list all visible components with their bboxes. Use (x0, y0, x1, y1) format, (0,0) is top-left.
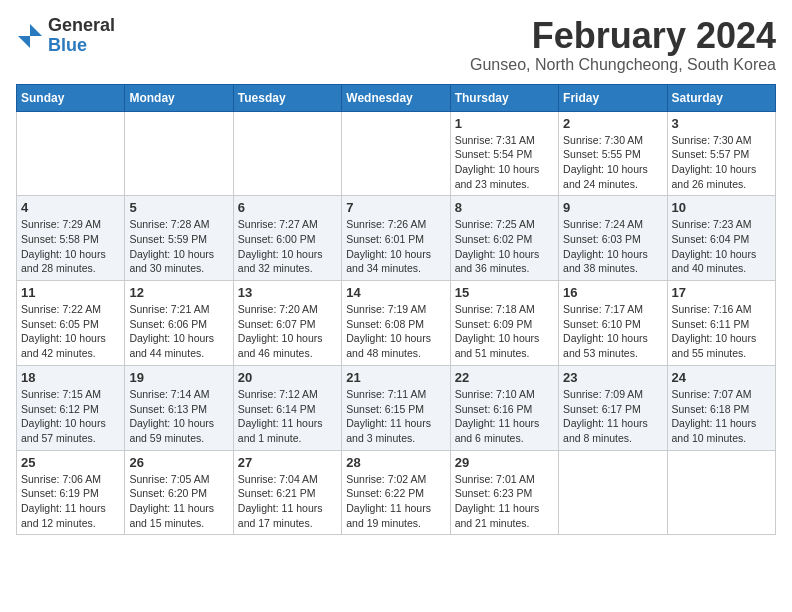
day-info: Sunrise: 7:19 AM Sunset: 6:08 PM Dayligh… (346, 302, 445, 361)
calendar-cell: 24Sunrise: 7:07 AM Sunset: 6:18 PM Dayli… (667, 365, 775, 450)
calendar-cell: 6Sunrise: 7:27 AM Sunset: 6:00 PM Daylig… (233, 196, 341, 281)
calendar-cell: 19Sunrise: 7:14 AM Sunset: 6:13 PM Dayli… (125, 365, 233, 450)
day-info: Sunrise: 7:17 AM Sunset: 6:10 PM Dayligh… (563, 302, 662, 361)
day-info: Sunrise: 7:02 AM Sunset: 6:22 PM Dayligh… (346, 472, 445, 531)
day-header-friday: Friday (559, 84, 667, 111)
calendar-cell: 22Sunrise: 7:10 AM Sunset: 6:16 PM Dayli… (450, 365, 558, 450)
day-info: Sunrise: 7:14 AM Sunset: 6:13 PM Dayligh… (129, 387, 228, 446)
calendar-cell: 23Sunrise: 7:09 AM Sunset: 6:17 PM Dayli… (559, 365, 667, 450)
calendar-cell (125, 111, 233, 196)
day-info: Sunrise: 7:22 AM Sunset: 6:05 PM Dayligh… (21, 302, 120, 361)
day-number: 12 (129, 285, 228, 300)
calendar-title: February 2024 (470, 16, 776, 56)
day-info: Sunrise: 7:05 AM Sunset: 6:20 PM Dayligh… (129, 472, 228, 531)
title-block: February 2024 Gunseo, North Chungcheong,… (470, 16, 776, 74)
day-number: 5 (129, 200, 228, 215)
calendar-table: SundayMondayTuesdayWednesdayThursdayFrid… (16, 84, 776, 536)
calendar-cell: 10Sunrise: 7:23 AM Sunset: 6:04 PM Dayli… (667, 196, 775, 281)
day-info: Sunrise: 7:15 AM Sunset: 6:12 PM Dayligh… (21, 387, 120, 446)
day-number: 15 (455, 285, 554, 300)
calendar-cell: 15Sunrise: 7:18 AM Sunset: 6:09 PM Dayli… (450, 281, 558, 366)
calendar-week-5: 25Sunrise: 7:06 AM Sunset: 6:19 PM Dayli… (17, 450, 776, 535)
day-number: 25 (21, 455, 120, 470)
day-number: 13 (238, 285, 337, 300)
svg-marker-1 (18, 36, 30, 48)
calendar-cell (342, 111, 450, 196)
calendar-cell: 17Sunrise: 7:16 AM Sunset: 6:11 PM Dayli… (667, 281, 775, 366)
logo: General Blue (16, 16, 115, 56)
calendar-body: 1Sunrise: 7:31 AM Sunset: 5:54 PM Daylig… (17, 111, 776, 535)
day-info: Sunrise: 7:12 AM Sunset: 6:14 PM Dayligh… (238, 387, 337, 446)
calendar-cell: 29Sunrise: 7:01 AM Sunset: 6:23 PM Dayli… (450, 450, 558, 535)
day-info: Sunrise: 7:01 AM Sunset: 6:23 PM Dayligh… (455, 472, 554, 531)
day-info: Sunrise: 7:04 AM Sunset: 6:21 PM Dayligh… (238, 472, 337, 531)
day-number: 18 (21, 370, 120, 385)
day-number: 23 (563, 370, 662, 385)
page-header: General Blue February 2024 Gunseo, North… (16, 16, 776, 74)
logo-general-text: General (48, 15, 115, 35)
calendar-cell (17, 111, 125, 196)
svg-marker-0 (30, 24, 42, 36)
day-header-tuesday: Tuesday (233, 84, 341, 111)
logo-icon (16, 22, 44, 50)
calendar-cell: 28Sunrise: 7:02 AM Sunset: 6:22 PM Dayli… (342, 450, 450, 535)
calendar-cell: 12Sunrise: 7:21 AM Sunset: 6:06 PM Dayli… (125, 281, 233, 366)
day-header-thursday: Thursday (450, 84, 558, 111)
calendar-cell (233, 111, 341, 196)
day-header-saturday: Saturday (667, 84, 775, 111)
calendar-cell: 8Sunrise: 7:25 AM Sunset: 6:02 PM Daylig… (450, 196, 558, 281)
calendar-week-3: 11Sunrise: 7:22 AM Sunset: 6:05 PM Dayli… (17, 281, 776, 366)
calendar-cell: 4Sunrise: 7:29 AM Sunset: 5:58 PM Daylig… (17, 196, 125, 281)
day-number: 19 (129, 370, 228, 385)
calendar-cell: 16Sunrise: 7:17 AM Sunset: 6:10 PM Dayli… (559, 281, 667, 366)
day-info: Sunrise: 7:26 AM Sunset: 6:01 PM Dayligh… (346, 217, 445, 276)
day-number: 21 (346, 370, 445, 385)
day-info: Sunrise: 7:24 AM Sunset: 6:03 PM Dayligh… (563, 217, 662, 276)
calendar-cell: 18Sunrise: 7:15 AM Sunset: 6:12 PM Dayli… (17, 365, 125, 450)
calendar-cell: 9Sunrise: 7:24 AM Sunset: 6:03 PM Daylig… (559, 196, 667, 281)
day-info: Sunrise: 7:20 AM Sunset: 6:07 PM Dayligh… (238, 302, 337, 361)
calendar-cell: 2Sunrise: 7:30 AM Sunset: 5:55 PM Daylig… (559, 111, 667, 196)
calendar-cell: 20Sunrise: 7:12 AM Sunset: 6:14 PM Dayli… (233, 365, 341, 450)
day-number: 3 (672, 116, 771, 131)
day-info: Sunrise: 7:09 AM Sunset: 6:17 PM Dayligh… (563, 387, 662, 446)
day-info: Sunrise: 7:30 AM Sunset: 5:57 PM Dayligh… (672, 133, 771, 192)
day-info: Sunrise: 7:10 AM Sunset: 6:16 PM Dayligh… (455, 387, 554, 446)
calendar-cell (667, 450, 775, 535)
day-info: Sunrise: 7:21 AM Sunset: 6:06 PM Dayligh… (129, 302, 228, 361)
day-info: Sunrise: 7:30 AM Sunset: 5:55 PM Dayligh… (563, 133, 662, 192)
day-number: 11 (21, 285, 120, 300)
calendar-cell: 25Sunrise: 7:06 AM Sunset: 6:19 PM Dayli… (17, 450, 125, 535)
day-info: Sunrise: 7:28 AM Sunset: 5:59 PM Dayligh… (129, 217, 228, 276)
header-row: SundayMondayTuesdayWednesdayThursdayFrid… (17, 84, 776, 111)
day-header-wednesday: Wednesday (342, 84, 450, 111)
day-info: Sunrise: 7:07 AM Sunset: 6:18 PM Dayligh… (672, 387, 771, 446)
day-number: 4 (21, 200, 120, 215)
day-number: 17 (672, 285, 771, 300)
day-number: 28 (346, 455, 445, 470)
day-info: Sunrise: 7:29 AM Sunset: 5:58 PM Dayligh… (21, 217, 120, 276)
logo-blue-text: Blue (48, 35, 87, 55)
day-info: Sunrise: 7:23 AM Sunset: 6:04 PM Dayligh… (672, 217, 771, 276)
day-number: 1 (455, 116, 554, 131)
day-info: Sunrise: 7:11 AM Sunset: 6:15 PM Dayligh… (346, 387, 445, 446)
day-number: 26 (129, 455, 228, 470)
calendar-week-2: 4Sunrise: 7:29 AM Sunset: 5:58 PM Daylig… (17, 196, 776, 281)
day-number: 24 (672, 370, 771, 385)
calendar-header: SundayMondayTuesdayWednesdayThursdayFrid… (17, 84, 776, 111)
calendar-cell (559, 450, 667, 535)
day-number: 14 (346, 285, 445, 300)
calendar-cell: 14Sunrise: 7:19 AM Sunset: 6:08 PM Dayli… (342, 281, 450, 366)
calendar-cell: 11Sunrise: 7:22 AM Sunset: 6:05 PM Dayli… (17, 281, 125, 366)
day-number: 10 (672, 200, 771, 215)
day-number: 27 (238, 455, 337, 470)
day-info: Sunrise: 7:16 AM Sunset: 6:11 PM Dayligh… (672, 302, 771, 361)
day-info: Sunrise: 7:18 AM Sunset: 6:09 PM Dayligh… (455, 302, 554, 361)
day-number: 29 (455, 455, 554, 470)
day-number: 9 (563, 200, 662, 215)
day-number: 22 (455, 370, 554, 385)
calendar-cell: 27Sunrise: 7:04 AM Sunset: 6:21 PM Dayli… (233, 450, 341, 535)
calendar-cell: 5Sunrise: 7:28 AM Sunset: 5:59 PM Daylig… (125, 196, 233, 281)
calendar-cell: 21Sunrise: 7:11 AM Sunset: 6:15 PM Dayli… (342, 365, 450, 450)
calendar-subtitle: Gunseo, North Chungcheong, South Korea (470, 56, 776, 74)
